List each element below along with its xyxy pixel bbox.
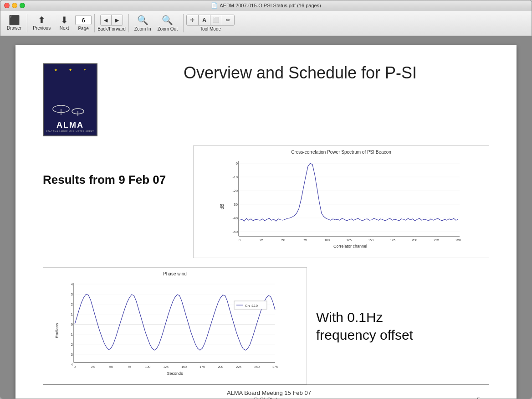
footer-page-number: 5 (477, 396, 489, 399)
sep-1 (27, 14, 27, 32)
window-controls (4, 3, 25, 8)
svg-text:175: 175 (200, 365, 205, 368)
text-tool-button[interactable]: A (199, 15, 210, 25)
tool-mode-buttons: ✛ A ⬜ ✏ (186, 15, 235, 26)
y-axis-label: dB (220, 204, 225, 210)
alma-logo: ★ ★ ✦ ALMA ATACAMA LARGE MILLIMETE (43, 63, 97, 136)
logo-stars: ★ ★ ✦ (44, 68, 97, 72)
pdf-page: ★ ★ ✦ ALMA ATACAMA LARGE MILLIMETE (15, 45, 517, 399)
svg-text:4: 4 (71, 282, 73, 286)
svg-text:Ch :110: Ch :110 (245, 304, 258, 308)
svg-text:-3: -3 (70, 352, 73, 357)
svg-text:-40: -40 (232, 216, 238, 220)
select-tool-button[interactable]: ⬜ (210, 15, 222, 25)
svg-text:175: 175 (390, 238, 395, 242)
back-forward-group: ◀ ▶ Back/Forward (97, 15, 126, 31)
svg-text:250: 250 (254, 365, 260, 368)
star-1: ★ (54, 68, 57, 72)
svg-text:225: 225 (236, 365, 241, 368)
svg-text:75: 75 (303, 238, 307, 242)
tool-mode-group: ✛ A ⬜ ✏ Tool Mode (186, 15, 235, 31)
sep-4 (183, 14, 184, 32)
next-icon: ⬇ (61, 16, 68, 25)
previous-icon: ⬆ (38, 16, 46, 25)
content-body: Results from 9 Feb 07 Cross-correlation … (43, 145, 489, 384)
page-input[interactable] (75, 15, 92, 25)
svg-text:Correlator channel: Correlator channel (333, 244, 367, 249)
svg-text:200: 200 (412, 238, 417, 242)
page-input-group: Page (75, 15, 92, 31)
svg-text:25: 25 (91, 365, 95, 368)
svg-text:125: 125 (163, 365, 169, 368)
footer-center: ALMA Board Meeting 15 Feb 07 P-SI Status (61, 389, 477, 399)
svg-text:-30: -30 (232, 202, 238, 207)
window-title: 📄 AEDM 2007-015-O PSI Status.pdf (16 pag… (211, 2, 321, 9)
phase-chart: Phase wind Radians 4 (43, 267, 307, 384)
page-title: Overview and Schedule for P-SI (184, 63, 417, 83)
title-bar: 📄 AEDM 2007-015-O PSI Status.pdf (16 pag… (0, 0, 532, 10)
zoom-out-button[interactable]: 🔍 Zoom Out (155, 13, 180, 33)
phase-row: Phase wind Radians 4 (43, 267, 489, 384)
svg-text:100: 100 (145, 365, 150, 368)
previous-button[interactable]: ⬆ Previous (30, 14, 53, 32)
next-button[interactable]: ⬇ Next (54, 14, 74, 32)
svg-text:50: 50 (109, 365, 113, 368)
svg-text:-20: -20 (232, 189, 238, 193)
svg-text:275: 275 (272, 365, 278, 368)
svg-text:150: 150 (181, 365, 187, 368)
page-footer: ALMA Board Meeting 15 Feb 07 P-SI Status… (43, 384, 489, 399)
cursor-tool-button[interactable]: ✛ (187, 15, 199, 25)
results-label: Results from 9 Feb 07 (43, 145, 184, 187)
svg-text:25: 25 (260, 238, 263, 242)
footer-line2: P-SI Status (61, 396, 477, 399)
sep-2 (94, 14, 95, 32)
back-button[interactable]: ◀ (101, 15, 112, 25)
star-2: ★ (69, 68, 72, 72)
svg-text:0: 0 (71, 322, 73, 326)
title-area: Overview and Schedule for P-SI (97, 63, 489, 83)
footer-line1: ALMA Board Meeting 15 Feb 07 (61, 389, 477, 396)
annotate-tool-button[interactable]: ✏ (222, 15, 234, 25)
cross-corr-title: Cross-correlation Power Spectrum of PSI … (197, 150, 485, 155)
page-header: ★ ★ ✦ ALMA ATACAMA LARGE MILLIMETE (43, 63, 489, 136)
svg-text:0: 0 (74, 365, 76, 368)
star-3: ✦ (83, 68, 87, 72)
drawer-button[interactable]: ⬛ Drawer (4, 14, 24, 32)
zoom-in-icon: 🔍 (137, 15, 148, 26)
forward-button[interactable]: ▶ (112, 15, 123, 25)
svg-text:150: 150 (368, 238, 373, 242)
svg-text:-2: -2 (70, 342, 73, 347)
main-content: ★ ★ ✦ ALMA ATACAMA LARGE MILLIMETE (0, 36, 532, 399)
cross-corr-svg: dB 0 -10 -20 (197, 156, 485, 252)
dish-svg (50, 93, 91, 120)
svg-text:-10: -10 (232, 175, 238, 179)
svg-text:Seconds: Seconds (167, 371, 183, 376)
minimize-button[interactable] (12, 3, 17, 8)
maximize-button[interactable] (20, 3, 25, 8)
svg-text:225: 225 (434, 238, 439, 242)
svg-text:250: 250 (455, 238, 461, 242)
svg-text:Radians: Radians (55, 323, 59, 338)
sep-3 (128, 14, 129, 32)
toolbar: ⬛ Drawer ⬆ Previous ⬇ Next Page ◀ ▶ Back… (0, 10, 532, 36)
alma-text: ALMA (56, 120, 84, 130)
svg-text:-1: -1 (70, 332, 73, 337)
svg-text:0: 0 (239, 238, 240, 242)
svg-text:75: 75 (128, 365, 131, 368)
cross-corr-chart: Cross-correlation Power Spectrum of PSI … (193, 145, 489, 258)
results-row: Results from 9 Feb 07 Cross-correlation … (43, 145, 489, 258)
app-window: 📄 AEDM 2007-015-O PSI Status.pdf (16 pag… (0, 0, 532, 399)
svg-text:125: 125 (346, 238, 352, 242)
zoom-in-button[interactable]: 🔍 Zoom In (132, 13, 154, 33)
frequency-text: With 0.1Hz frequency offset (316, 308, 413, 344)
svg-text:-50: -50 (232, 230, 238, 234)
close-button[interactable] (4, 3, 10, 8)
svg-text:100: 100 (324, 238, 330, 242)
svg-text:0: 0 (236, 161, 238, 166)
svg-text:3: 3 (71, 292, 73, 296)
svg-text:50: 50 (281, 238, 285, 242)
phase-wind-svg: Radians 4 3 2 (47, 278, 303, 378)
svg-text:200: 200 (218, 365, 223, 368)
phase-wind-title: Phase wind (47, 271, 303, 276)
back-forward-buttons: ◀ ▶ (100, 15, 123, 26)
